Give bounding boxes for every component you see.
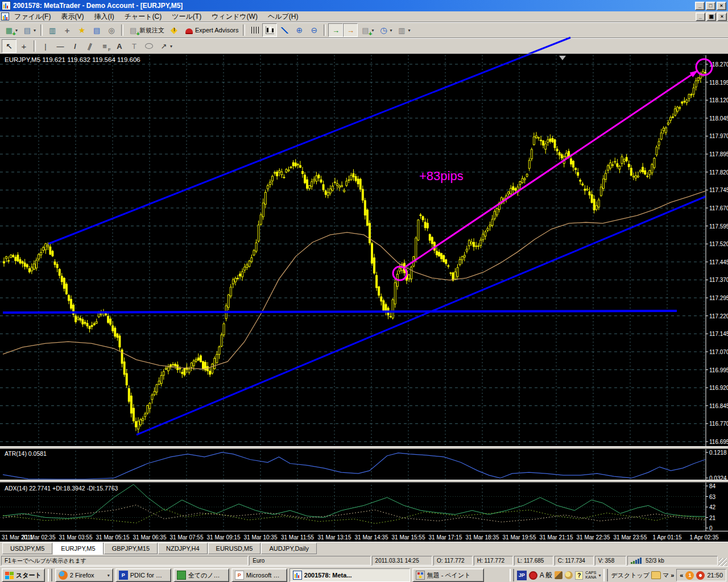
templates-button[interactable]: ▾ [394, 23, 412, 37]
ime-language-button[interactable]: JP [517, 571, 527, 580]
market-watch-button[interactable] [45, 23, 60, 37]
quicktime-tray-icon[interactable] [696, 571, 705, 580]
status-connection: 52/3 kb [627, 556, 718, 566]
taskbar-task-powerpoint[interactable]: PMicrosoft PowerP.. [231, 568, 287, 582]
candlestick-chart-icon [264, 26, 275, 35]
line-chart-button[interactable] [277, 23, 292, 37]
menu-item-insert[interactable]: 挿入(I) [89, 11, 119, 22]
indicators-button[interactable]: ▾ [358, 23, 376, 37]
text-label-button[interactable] [127, 39, 142, 53]
ime-dropdown-icon[interactable]: ▾ [598, 573, 601, 578]
status-symbol: Euro [249, 556, 370, 566]
expand-chevron-icon[interactable]: » [671, 572, 674, 579]
toolbar-separator [121, 24, 123, 36]
toolbar-separator [40, 24, 43, 36]
resize-grip[interactable] [719, 558, 727, 566]
navigator-button[interactable] [60, 23, 75, 37]
ime-pen-icon[interactable] [555, 571, 562, 579]
folder-icon[interactable] [651, 571, 661, 579]
tab-audjpy-daily[interactable]: AUDJPY,Daily [261, 543, 317, 554]
menu-item-help[interactable]: ヘルプ(H) [263, 11, 304, 22]
shapes-button[interactable] [142, 39, 156, 53]
chart-shift-button[interactable] [343, 23, 358, 37]
status-open: O: 117.772 [433, 556, 473, 566]
child-minimize-button[interactable]: _ [696, 13, 705, 21]
notes-icon [177, 571, 186, 580]
favorites-button[interactable] [75, 23, 89, 37]
zoom-in-button[interactable] [292, 23, 307, 37]
candlestick-chart[interactable]: 118.270118.195118.120118.045117.970117.8… [0, 54, 728, 542]
periods-button[interactable]: ▾ [376, 23, 394, 37]
cursor-button[interactable] [2, 39, 16, 53]
time-axis-label: 31 Mar 10:35 [244, 534, 278, 541]
notification-badge-icon[interactable]: 1 [685, 571, 694, 580]
tab-gbpjpy-m15[interactable]: GBPJPY,M15 [104, 543, 158, 554]
taskbar-task-notes[interactable]: 全てのノート - ken.. [173, 568, 229, 582]
bar-chart-button[interactable] [247, 23, 262, 37]
data-window-button[interactable] [89, 23, 104, 37]
auto-scroll-button[interactable] [328, 23, 343, 37]
tab-eurjpy-m5[interactable]: EURJPY,M5 [53, 542, 103, 555]
tab-usdjpy-m5[interactable]: USDJPY,M5 [2, 543, 52, 554]
ime-palette-icon[interactable] [565, 571, 573, 579]
new-chart-button[interactable]: ▾ [2, 23, 20, 37]
minimize-button[interactable]: _ [695, 2, 705, 10]
metatrader-window: 2001578: MetaTrader - Demo Account - [EU… [0, 0, 728, 582]
candlestick-chart-button[interactable] [262, 23, 277, 37]
maximize-button[interactable]: □ [706, 2, 715, 10]
price-axis-label: 117.445 [709, 259, 728, 265]
auto-scroll-icon [330, 26, 341, 35]
price-axis-label: 117.895 [709, 151, 728, 157]
equidistant-channel-button[interactable] [82, 39, 97, 53]
price-axis-label: 116.995 [709, 367, 728, 373]
taskbar-task-paint[interactable]: 無題 - ペイント [412, 568, 484, 582]
text-button[interactable] [112, 39, 127, 53]
ime-mode-button[interactable]: A 般 [540, 571, 553, 580]
zoom-out-button[interactable] [307, 23, 321, 37]
paint-task-label: 無題 - ペイント [427, 571, 471, 580]
text-label-icon [129, 41, 139, 51]
start-button[interactable]: スタート [2, 568, 45, 582]
menu-item-window[interactable]: ウィンドウ(W) [206, 11, 263, 22]
firefox-icon [59, 571, 68, 580]
profiles-button[interactable]: ▾ [20, 23, 38, 37]
expert-advisors-button[interactable]: Expert Advisors [181, 23, 241, 37]
dropdown-arrow-icon: ▾ [390, 28, 392, 33]
pdic-icon: P [119, 571, 128, 580]
vertical-line-icon [40, 41, 51, 51]
child-close-button[interactable]: × [717, 13, 727, 21]
fibonacci-button[interactable] [97, 39, 112, 53]
menu-item-view[interactable]: 表示(V) [56, 11, 89, 22]
indicators-icon [360, 26, 370, 35]
taskbar-task-firefox[interactable]: 2 Firefox▾ [55, 568, 113, 582]
alerts-button[interactable] [167, 23, 181, 37]
collapse-chevron-icon[interactable]: « [680, 572, 683, 579]
price-axis-label: 118.195 [709, 80, 728, 86]
crosshair-icon [19, 41, 29, 51]
new-order-button[interactable]: 新規注文 [126, 23, 167, 37]
taskbar-task-pdic[interactable]: PPDIC for Win - Ei.. [115, 568, 171, 582]
menu-item-file[interactable]: ファイル(F) [9, 11, 56, 22]
tab-eurusd-m5[interactable]: EURUSD,M5 [208, 543, 261, 554]
child-restore-button[interactable]: ▣ [706, 13, 716, 21]
arrows-icon [159, 41, 169, 51]
atok-icon[interactable] [529, 571, 537, 580]
strategy-tester-button[interactable] [104, 23, 119, 37]
ime-help-icon[interactable]: ? [575, 571, 583, 580]
close-button[interactable]: × [717, 2, 726, 10]
tab-nzdjpy-h4[interactable]: NZDJPY,H4 [158, 543, 207, 554]
horizontal-line-button[interactable] [53, 39, 68, 53]
chart-area[interactable]: 118.270118.195118.120118.045117.970117.8… [0, 54, 728, 542]
time-axis-label: 1 Apr 01:15 [652, 534, 682, 541]
pips-label[interactable]: +83pips [419, 169, 464, 183]
trend-line-button[interactable] [68, 39, 82, 53]
arrows-button[interactable]: ▾ [156, 39, 175, 53]
menu-item-tools[interactable]: ツール(T) [167, 11, 206, 22]
zoom-in-icon [294, 26, 304, 35]
vertical-line-button[interactable] [38, 39, 53, 53]
menu-item-charts[interactable]: チャート(C) [119, 11, 167, 22]
status-volume: V: 358 [595, 556, 626, 566]
taskbar-task-metatrader[interactable]: 2001578: Meta... [289, 568, 410, 582]
crosshair-button[interactable] [16, 39, 31, 53]
status-bar: F1キーでヘルプが表示されますEuro2011.03.31 14:25O: 11… [0, 555, 728, 566]
